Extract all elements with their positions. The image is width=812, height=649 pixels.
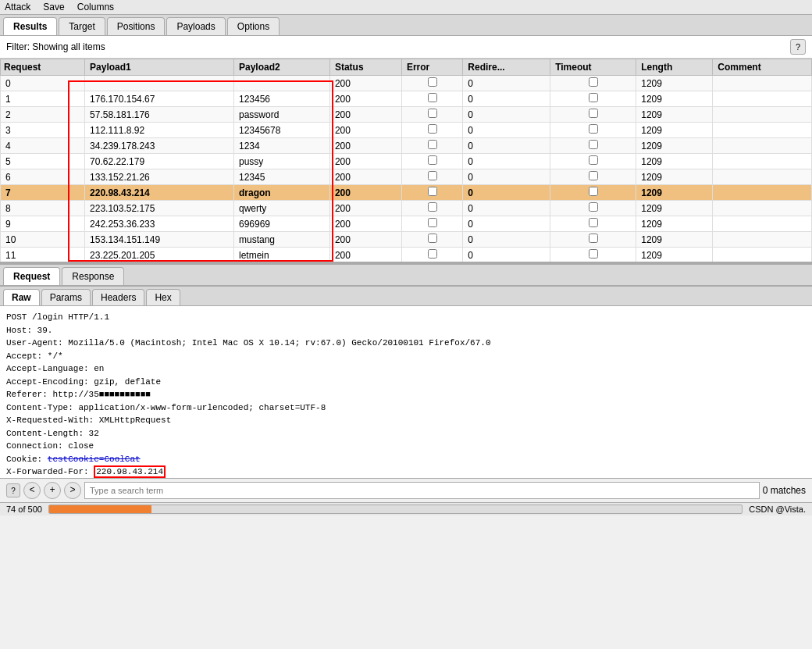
bottom-toolbar: ? < + > 0 matches [0,478,812,502]
col-timeout[interactable]: Timeout [550,59,636,76]
results-section: Request Payload1 Payload2 Status Error R… [0,59,812,263]
table-row[interactable]: 570.62.22.179pussy20001209 [1,154,812,169]
col-payload1[interactable]: Payload1 [85,59,234,76]
menu-columns[interactable]: Columns [77,2,114,12]
results-table: Request Payload1 Payload2 Status Error R… [0,59,812,262]
subtab-raw[interactable]: Raw [3,289,40,305]
progress-label: 74 of 500 [6,505,42,514]
col-comment[interactable]: Comment [713,59,812,76]
table-row[interactable]: 3112.111.8.921234567820001209 [1,123,812,138]
xff-value: 220.98.43.214 [94,465,166,478]
main-tab-bar: Results Target Positions Payloads Option… [0,15,812,36]
bottom-tab-bar: Request Response [0,265,812,286]
table-row[interactable]: 1176.170.154.6712345620001209 [1,91,812,107]
tab-payloads[interactable]: Payloads [166,17,225,35]
menu-attack[interactable]: Attack [5,2,30,12]
tab-results[interactable]: Results [3,17,57,35]
table-row[interactable]: 10153.134.151.149mustang20001209 [1,232,812,248]
search-input[interactable] [84,482,760,499]
match-count: 0 matches [763,485,806,496]
progress-container [48,505,743,514]
next-button[interactable]: > [64,482,81,499]
table-row[interactable]: 9242.253.36.23369696920001209 [1,216,812,232]
tab-request[interactable]: Request [3,267,60,285]
add-button[interactable]: + [44,482,61,499]
table-row[interactable]: 7220.98.43.214dragon20001209 [1,185,812,201]
col-payload2[interactable]: Payload2 [233,59,329,76]
tab-response[interactable]: Response [62,267,124,285]
filter-text: Filter: Showing all items [6,41,790,52]
table-row[interactable]: 020001209 [1,76,812,91]
col-length[interactable]: Length [636,59,713,76]
menu-save[interactable]: Save [43,2,64,12]
help-icon-button[interactable]: ? [6,483,20,497]
col-request[interactable]: Request [1,59,85,76]
col-error[interactable]: Error [401,59,462,76]
tab-target[interactable]: Target [59,17,105,35]
filter-help-button[interactable]: ? [790,39,806,55]
http-content: POST /login HTTP/1.1 Host: 39. User-Agen… [0,306,812,478]
table-row[interactable]: 434.239.178.243123420001209 [1,138,812,154]
col-redir[interactable]: Redire... [463,59,550,76]
table-row[interactable]: 8223.103.52.175qwerty20001209 [1,201,812,216]
status-right-text: CSDN @Vista. [749,505,806,514]
status-bar: 74 of 500 CSDN @Vista. [0,502,812,515]
section-divider: Request Response [0,263,812,287]
prev-button[interactable]: < [23,482,41,499]
table-row[interactable]: 257.58.181.176password20001209 [1,107,812,123]
subtab-headers[interactable]: Headers [92,289,144,305]
table-wrapper[interactable]: Request Payload1 Payload2 Status Error R… [0,59,812,262]
col-status[interactable]: Status [329,59,401,76]
tab-positions[interactable]: Positions [107,17,166,35]
menubar: Attack Save Columns [0,0,812,15]
table-row[interactable]: 1123.225.201.205letmein20001209 [1,248,812,262]
sub-tab-bar: Raw Params Headers Hex [0,287,812,306]
tab-options[interactable]: Options [227,17,280,35]
filter-bar: Filter: Showing all items ? [0,36,812,59]
subtab-params[interactable]: Params [41,289,91,305]
subtab-hex[interactable]: Hex [146,289,180,305]
progress-bar [49,505,151,513]
table-row[interactable]: 6133.152.21.261234520001209 [1,169,812,185]
